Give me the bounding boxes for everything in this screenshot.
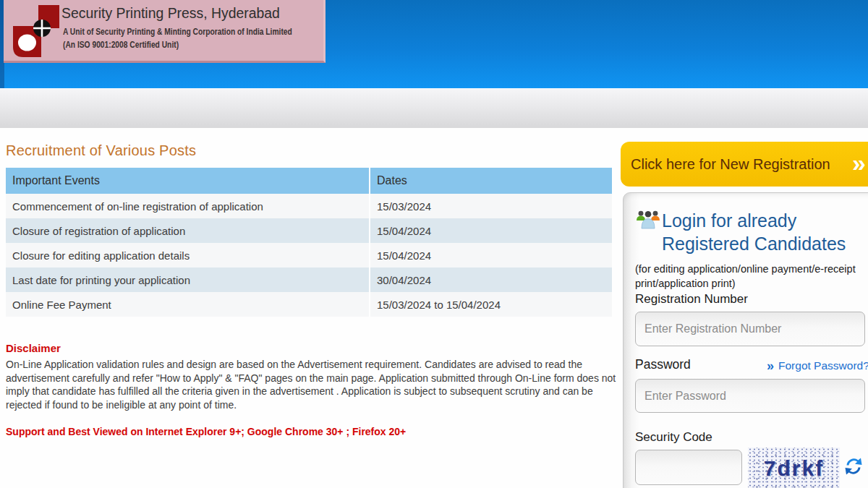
forgot-password-link[interactable]: »Forgot Password? xyxy=(767,359,868,374)
table-row: Closure of registration of application 1… xyxy=(6,218,612,243)
table-row: Last date for printing your application … xyxy=(6,267,612,292)
org-subtitle: A Unit of Security Printing & Minting Co… xyxy=(63,27,292,37)
org-name: Security Printing Press, Hyderabad xyxy=(61,5,280,22)
page-title: Recruitment of Various Posts xyxy=(6,142,196,159)
new-registration-label: Click here for New Registration xyxy=(631,156,830,172)
date-cell: 15/04/2024 xyxy=(369,218,612,243)
people-group-icon xyxy=(636,209,660,231)
page: Security Printing Press, Hyderabad A Uni… xyxy=(0,0,868,488)
important-events-table: Important Events Dates Commencement of o… xyxy=(6,168,612,317)
captcha-text: 7drkf xyxy=(764,456,824,481)
table-header-row: Important Events Dates xyxy=(6,168,612,194)
registration-number-label: Registration Number xyxy=(635,292,748,307)
event-cell: Online Fee Payment xyxy=(6,292,369,317)
password-label: Password xyxy=(635,357,691,372)
login-subtitle: (for editing application/online payment/… xyxy=(635,262,868,291)
header-bar: Security Printing Press, Hyderabad A Uni… xyxy=(0,0,868,88)
captcha-image: 7drkf xyxy=(748,448,840,488)
table-row: Closure for editing application details … xyxy=(6,243,612,267)
captcha-refresh-button[interactable] xyxy=(842,455,865,478)
date-cell: 15/04/2024 xyxy=(369,243,612,267)
refresh-icon xyxy=(842,455,865,478)
org-banner: Security Printing Press, Hyderabad A Uni… xyxy=(4,0,326,63)
table-row: Commencement of on-line registration of … xyxy=(6,194,612,218)
date-cell: 30/04/2024 xyxy=(369,267,612,292)
table-header-dates: Dates xyxy=(369,168,612,194)
event-cell: Last date for printing your application xyxy=(6,267,369,292)
sub-header-band xyxy=(0,88,868,128)
event-cell: Closure for editing application details xyxy=(6,243,369,267)
event-cell: Commencement of on-line registration of … xyxy=(6,194,369,218)
security-code-input[interactable] xyxy=(635,450,742,485)
registration-number-input[interactable] xyxy=(635,312,865,346)
date-cell: 15/03/2024 to 15/04/2024 xyxy=(369,292,612,317)
security-code-label: Security Code xyxy=(635,430,712,445)
new-registration-button[interactable]: Click here for New Registration » xyxy=(621,142,868,187)
chevron-right-icon: » xyxy=(767,359,774,373)
login-title-line2: Registered Candidates xyxy=(662,234,846,254)
login-title-line1: Login for already xyxy=(662,210,796,231)
table-header-events: Important Events xyxy=(6,168,369,194)
date-cell: 15/03/2024 xyxy=(369,194,612,218)
event-cell: Closure of registration of application xyxy=(6,218,369,243)
login-title: Login for already Registered Candidates xyxy=(662,209,868,255)
forgot-password-label: Forgot Password? xyxy=(778,359,868,372)
disclaimer-body: On-Line Application validation rules and… xyxy=(6,358,617,411)
double-chevron-icon: » xyxy=(852,149,866,176)
org-logo-icon xyxy=(9,4,59,59)
login-panel: Login for already Registered Candidates … xyxy=(623,192,868,488)
table-row: Online Fee Payment 15/03/2024 to 15/04/2… xyxy=(6,292,612,317)
org-certification: (An ISO 9001:2008 Certified Unit) xyxy=(63,40,179,50)
browser-support-note: Support and Best Viewed on Internet Expl… xyxy=(6,426,406,437)
password-input[interactable] xyxy=(635,379,865,413)
disclaimer-title: Disclaimer xyxy=(6,342,61,354)
